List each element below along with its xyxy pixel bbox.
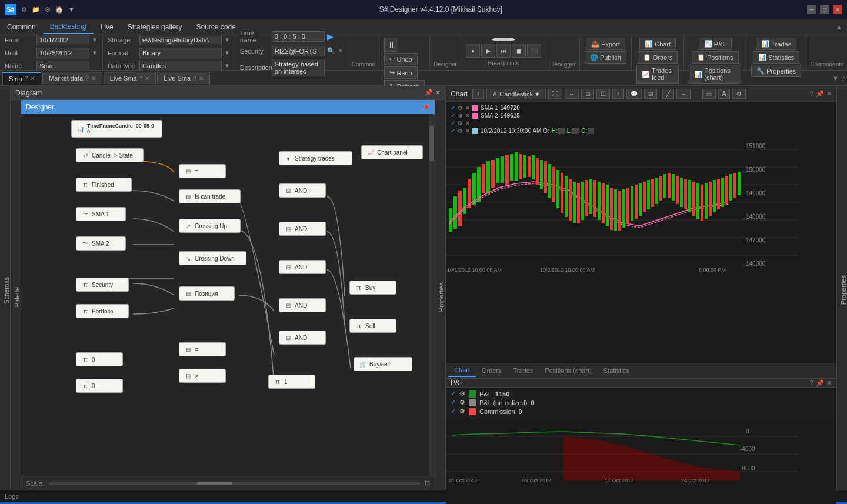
pnl-check2[interactable]: ✓ <box>451 399 456 406</box>
legend-gear1[interactable]: ⚙ <box>458 105 463 111</box>
menu-source[interactable]: Source code <box>189 21 242 34</box>
redo-button[interactable]: ↪ Redo <box>384 66 417 79</box>
tf-input[interactable]: 0 : 0 : 5 : 0 <box>272 31 325 42</box>
node-timeframe[interactable]: 📊 TimeFrameCandle_00-05-0 0 <box>71 120 162 138</box>
chart-tab-orders[interactable]: Orders <box>476 365 508 376</box>
tab-market-help[interactable]: ? <box>85 75 89 82</box>
node-and2[interactable]: ⊟ AND <box>279 222 326 236</box>
security-input[interactable]: RIZ2@FORTS <box>272 46 325 56</box>
from-input[interactable]: 10/1/2012 <box>36 35 89 45</box>
format-dropdown[interactable]: ▼ <box>224 49 230 56</box>
legend-gear4[interactable]: ⚙ <box>458 128 463 134</box>
chart-pin[interactable]: 📌 <box>816 90 824 98</box>
legend-check2[interactable]: ✓ <box>451 112 455 119</box>
chart-tab-chart[interactable]: Chart <box>448 364 476 377</box>
tab-live-sma1[interactable]: Live Sma ? ✕ <box>104 72 156 84</box>
node-eq2[interactable]: ⊟ = <box>179 342 226 356</box>
positions-chart-button[interactable]: 📊 Positions (chart) <box>689 65 741 84</box>
node-val1[interactable]: π 1 <box>268 375 315 389</box>
node-and5[interactable]: ⊟ AND <box>279 331 326 345</box>
close-button[interactable]: ✕ <box>833 5 842 14</box>
trades-feed-button[interactable]: 📈 Trades feed <box>636 65 679 84</box>
schemas-panel-tab[interactable]: Schemas <box>0 86 11 490</box>
diagram-scrollbar[interactable] <box>429 114 435 476</box>
chart-tool3[interactable]: ⊟ <box>581 89 594 99</box>
export-button[interactable]: 📤 Export <box>586 38 625 50</box>
node-sell[interactable]: π Sell <box>349 319 396 333</box>
diagram-close[interactable]: ✕ <box>435 89 441 96</box>
legend-check3[interactable]: ✓ <box>451 120 455 126</box>
scale-track[interactable] <box>49 482 420 485</box>
candlestick-dropdown[interactable]: 🕯 Candlestick ▼ <box>486 89 546 99</box>
menu-backtesting[interactable]: Backtesting <box>43 20 94 34</box>
tabs-help[interactable]: ? <box>841 75 845 82</box>
node-gt[interactable]: ⊟ > <box>179 369 226 383</box>
menu-strategies[interactable]: Strategies gallery <box>121 21 189 34</box>
chart-line-btn[interactable]: ╱ <box>662 89 674 99</box>
node-val0-1[interactable]: π 0 <box>76 352 123 366</box>
desc-input[interactable]: Strategy based on intersec <box>272 59 325 76</box>
chart-area[interactable]: 151000 150000 149000 148000 147000 14600… <box>446 138 836 363</box>
node-strategy-trades[interactable]: ♦ Strategy trades <box>279 151 352 165</box>
node-sma1[interactable]: 〜 SMA 1 <box>76 207 126 221</box>
node-eq1[interactable]: ⊟ = <box>179 164 226 178</box>
diagram-canvas[interactable]: 📊 TimeFrameCandle_00-05-0 0 ⇄ Candle -> … <box>21 114 435 476</box>
node-buysell[interactable]: 🛒 Buy/sell <box>354 357 412 371</box>
pnl-button[interactable]: 📉 P&L <box>699 38 732 50</box>
storage-dropdown[interactable]: ▼ <box>224 36 230 43</box>
undo-button[interactable]: ↩ Undo <box>384 53 417 65</box>
tab-market-data[interactable]: Market data ? ✕ <box>42 72 102 84</box>
node-buy[interactable]: π Buy <box>349 281 396 295</box>
collapse-icon[interactable]: ▲ <box>836 24 847 31</box>
pnl-gear2[interactable]: ⚙ <box>459 399 465 406</box>
node-crossing-up[interactable]: ↗ Crossing Up <box>179 219 241 233</box>
chart-rect-btn[interactable]: ▭ <box>702 89 716 99</box>
diagram-scrollbar-thumb[interactable] <box>429 126 434 161</box>
pnl-check1[interactable]: ✓ <box>451 390 456 398</box>
chart-button[interactable]: 📊 Chart <box>639 38 676 50</box>
legend-check1[interactable]: ✓ <box>451 105 455 111</box>
breakpoints-icon[interactable] <box>492 38 515 41</box>
chart-help[interactable]: ? <box>810 90 813 98</box>
node-crossing-down[interactable]: ↘ Crossing Down <box>179 251 246 265</box>
tab-sma[interactable]: Sma ? ✕ <box>2 72 41 85</box>
chart-text-btn[interactable]: A <box>718 89 731 99</box>
menu-live[interactable]: Live <box>94 21 121 34</box>
node-finished[interactable]: π Finished <box>76 178 132 192</box>
scale-thumb[interactable] <box>197 482 232 485</box>
until-input[interactable]: 10/25/2012 <box>36 48 89 58</box>
node-and1[interactable]: ⊟ AND <box>279 183 326 198</box>
storage-input[interactable]: es\Testing\HistoryData\ <box>139 35 222 45</box>
tab-live2-help[interactable]: ? <box>193 75 196 82</box>
node-is-can-trade[interactable]: ⊟ Is can trade <box>179 189 241 203</box>
node-val0-2[interactable]: π 0 <box>76 379 123 393</box>
chart-tab-statistics[interactable]: Statistics <box>598 365 635 376</box>
statistics-button[interactable]: 📊 Statistics <box>753 51 799 64</box>
bp-btn2[interactable]: ▶ <box>481 44 495 58</box>
pnl-close[interactable]: ✕ <box>826 379 832 387</box>
menu-common[interactable]: Common <box>0 21 43 34</box>
datatype-dropdown[interactable]: ▼ <box>224 62 230 69</box>
chart-tool2[interactable]: ↔ <box>565 89 579 99</box>
legend-x4[interactable]: ✕ <box>465 128 470 134</box>
minimize-button[interactable]: ─ <box>807 5 816 14</box>
security-search[interactable]: 🔍 <box>327 47 335 55</box>
positions-button[interactable]: 📋 Positions <box>692 51 739 64</box>
tab-sma-help[interactable]: ? <box>25 75 28 82</box>
security-clear[interactable]: ✕ <box>338 47 343 55</box>
maximize-button[interactable]: □ <box>820 5 829 14</box>
properties-right-tab[interactable]: Properties <box>836 86 847 490</box>
bp-btn5[interactable]: ⬛ <box>527 44 541 58</box>
pnl-gear1[interactable]: ⚙ <box>459 390 465 398</box>
bp-btn1[interactable]: ● <box>466 44 480 58</box>
format-input[interactable]: Binary <box>139 48 222 58</box>
from-dropdown[interactable]: ▼ <box>92 36 98 43</box>
chart-tool7[interactable]: ⊞ <box>644 89 657 99</box>
datatype-input[interactable]: Candles <box>139 61 222 71</box>
tab-market-close[interactable]: ✕ <box>91 75 96 82</box>
bp-btn4[interactable]: ◼ <box>512 44 526 58</box>
properties-button[interactable]: 🔧 Properties <box>751 65 801 77</box>
chart-tool4[interactable]: ☐ <box>596 89 610 99</box>
play-icon[interactable]: ▶ <box>327 32 334 41</box>
bp-btn3[interactable]: ⏭ <box>496 44 511 58</box>
